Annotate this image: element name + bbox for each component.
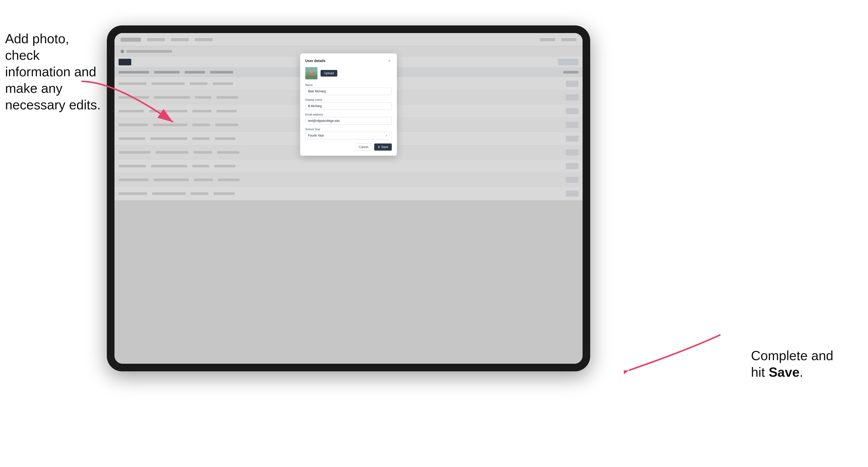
display-name-label: Display name: [305, 98, 392, 101]
save-icon: ⬆: [378, 146, 380, 149]
modal-close-button[interactable]: ×: [387, 59, 392, 63]
email-field-group: Email address: [305, 113, 392, 125]
display-name-input[interactable]: [305, 102, 392, 110]
svg-rect-4: [305, 75, 317, 80]
tablet-device: User details ×: [107, 25, 590, 371]
user-photo-thumbnail: [305, 67, 317, 80]
svg-point-6: [310, 70, 312, 72]
select-icons: × ⌃: [386, 134, 390, 137]
svg-rect-7: [310, 73, 312, 75]
annotation-right-end: .: [800, 365, 803, 379]
arrow-right-indicator: [624, 330, 725, 380]
photo-section: Upload: [305, 67, 392, 80]
name-input[interactable]: [305, 88, 392, 95]
name-label: Name: [305, 84, 392, 87]
modal-title-bar: User details ×: [305, 59, 392, 63]
annotation-left-line4: necessary edits.: [5, 97, 101, 112]
select-clear-icon[interactable]: ×: [386, 134, 387, 137]
upload-photo-button[interactable]: Upload: [320, 70, 337, 76]
chevron-down-icon: ⌃: [388, 134, 390, 137]
cancel-button[interactable]: Cancel: [355, 144, 372, 151]
save-button-label: Save: [381, 145, 388, 149]
annotation-right: Complete and hit Save.: [751, 347, 848, 380]
annotation-left-line2: information and: [5, 64, 96, 79]
school-year-select-wrapper: First Year Second Year Third Year Fourth…: [305, 132, 392, 139]
annotation-right-bold: Save: [769, 365, 799, 379]
user-photo-image: [305, 67, 317, 80]
name-field-group: Name: [305, 84, 392, 95]
annotation-right-line1: Complete and: [751, 348, 833, 363]
save-button[interactable]: ⬆ Save: [374, 144, 392, 151]
email-input[interactable]: [305, 117, 392, 125]
modal-footer: Cancel ⬆ Save: [305, 144, 392, 151]
user-details-modal: User details ×: [300, 54, 397, 156]
annotation-left-line3: make any: [5, 81, 62, 96]
display-name-field-group: Display name: [305, 98, 392, 110]
school-year-label: School Year: [305, 128, 392, 131]
annotation-left-line1: Add photo, check: [5, 31, 69, 63]
modal-title: User details: [305, 59, 326, 63]
tablet-screen: User details ×: [115, 33, 583, 364]
school-year-field-group: School Year First Year Second Year Third…: [305, 128, 392, 139]
annotation-right-line2: hit: [751, 365, 769, 379]
email-label: Email address: [305, 113, 392, 116]
school-year-select[interactable]: First Year Second Year Third Year Fourth…: [305, 132, 392, 139]
modal-overlay: User details ×: [115, 33, 583, 364]
annotation-left: Add photo, check information and make an…: [5, 31, 102, 113]
